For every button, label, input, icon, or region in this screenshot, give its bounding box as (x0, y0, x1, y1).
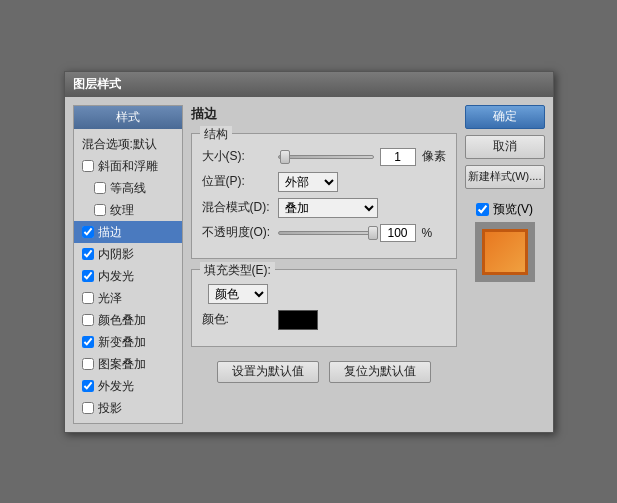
stroke-checkbox[interactable] (82, 226, 94, 238)
opacity-row: 不透明度(O): % (202, 224, 446, 242)
opacity-slider[interactable] (278, 231, 374, 235)
gradient-overlay-label: 新变叠加 (98, 333, 146, 351)
size-slider[interactable] (278, 155, 374, 159)
color-swatch[interactable] (278, 310, 318, 330)
drop-shadow-label: 投影 (98, 399, 122, 417)
style-item-inner-glow[interactable]: 内发光 (74, 265, 182, 287)
position-label: 位置(P): (202, 173, 272, 190)
satin-label: 光泽 (98, 289, 122, 307)
style-item-texture[interactable]: 纹理 (74, 199, 182, 221)
inner-shadow-label: 内阴影 (98, 245, 134, 263)
inner-glow-checkbox[interactable] (82, 270, 94, 282)
style-item-bevel[interactable]: 斜面和浮雕 (74, 155, 182, 177)
position-select[interactable]: 外部 内部 居中 (278, 172, 338, 192)
pattern-overlay-label: 图案叠加 (98, 355, 146, 373)
fill-type-select[interactable]: 颜色 渐变 图案 (208, 284, 268, 304)
color-overlay-checkbox[interactable] (82, 314, 94, 326)
preview-section: 预览(V) (465, 201, 545, 282)
inner-shadow-checkbox[interactable] (82, 248, 94, 260)
structure-group: 结构 大小(S): 像素 位置(P): 外部 内部 居中 (191, 133, 457, 259)
style-item-gradient-overlay[interactable]: 新变叠加 (74, 331, 182, 353)
style-item-pattern-overlay[interactable]: 图案叠加 (74, 353, 182, 375)
size-row: 大小(S): 像素 (202, 148, 446, 166)
size-input[interactable] (380, 148, 416, 166)
set-default-button[interactable]: 设置为默认值 (217, 361, 319, 383)
outer-glow-checkbox[interactable] (82, 380, 94, 392)
new-style-button[interactable]: 新建样式(W).... (465, 165, 545, 189)
blend-mode-select[interactable]: 叠加 正常 正片叠底 (278, 198, 378, 218)
contour-checkbox[interactable] (94, 182, 106, 194)
opacity-input[interactable] (380, 224, 416, 242)
stroke-label: 描边 (98, 223, 122, 241)
right-panel: 确定 取消 新建样式(W).... 预览(V) (465, 105, 545, 424)
texture-label: 纹理 (110, 201, 134, 219)
style-item-drop-shadow[interactable]: 投影 (74, 397, 182, 419)
preview-label: 预览(V) (493, 201, 533, 218)
size-label: 大小(S): (202, 148, 272, 165)
bottom-buttons: 设置为默认值 复位为默认值 (191, 353, 457, 387)
bevel-label: 斜面和浮雕 (98, 157, 158, 175)
preview-inner (482, 229, 528, 275)
fill-type-title: 填充类型(E): (200, 262, 275, 279)
structure-title: 结构 (200, 126, 232, 143)
blend-mode-row: 混合模式(D): 叠加 正常 正片叠底 (202, 198, 446, 218)
preview-thumbnail (475, 222, 535, 282)
position-row: 位置(P): 外部 内部 居中 (202, 172, 446, 192)
main-content: 描边 结构 大小(S): 像素 位置(P): 外部 (191, 105, 457, 424)
preview-checkbox[interactable] (476, 203, 489, 216)
blend-mode-label: 混合模式(D): (202, 199, 272, 216)
style-item-outer-glow[interactable]: 外发光 (74, 375, 182, 397)
preview-checkbox-row: 预览(V) (476, 201, 533, 218)
gradient-overlay-checkbox[interactable] (82, 336, 94, 348)
style-item-satin[interactable]: 光泽 (74, 287, 182, 309)
color-overlay-label: 颜色叠加 (98, 311, 146, 329)
blending-label: 混合选项:默认 (82, 135, 157, 153)
stroke-section-title: 描边 (191, 105, 457, 123)
opacity-unit: % (422, 226, 446, 240)
inner-glow-label: 内发光 (98, 267, 134, 285)
pattern-overlay-checkbox[interactable] (82, 358, 94, 370)
left-panel: 样式 混合选项:默认 斜面和浮雕 等高线 纹理 (73, 105, 183, 424)
style-list: 混合选项:默认 斜面和浮雕 等高线 纹理 描边 (74, 129, 182, 423)
size-unit: 像素 (422, 148, 446, 165)
style-item-stroke[interactable]: 描边 (74, 221, 182, 243)
fill-type-row: 颜色 渐变 图案 (202, 284, 446, 304)
outer-glow-label: 外发光 (98, 377, 134, 395)
drop-shadow-checkbox[interactable] (82, 402, 94, 414)
opacity-label: 不透明度(O): (202, 224, 272, 241)
title-text: 图层样式 (73, 76, 121, 93)
style-item-blending[interactable]: 混合选项:默认 (74, 133, 182, 155)
contour-label: 等高线 (110, 179, 146, 197)
bevel-checkbox[interactable] (82, 160, 94, 172)
satin-checkbox[interactable] (82, 292, 94, 304)
size-slider-thumb[interactable] (280, 150, 290, 164)
style-item-color-overlay[interactable]: 颜色叠加 (74, 309, 182, 331)
fill-type-group: 填充类型(E): 颜色 渐变 图案 颜色: (191, 269, 457, 347)
color-row: 颜色: (202, 310, 446, 330)
dialog-title: 图层样式 (65, 72, 553, 97)
confirm-button[interactable]: 确定 (465, 105, 545, 129)
opacity-slider-thumb[interactable] (368, 226, 378, 240)
style-item-contour[interactable]: 等高线 (74, 177, 182, 199)
layer-style-dialog: 图层样式 样式 混合选项:默认 斜面和浮雕 等高线 纹理 (64, 71, 554, 433)
texture-checkbox[interactable] (94, 204, 106, 216)
styles-title: 样式 (74, 106, 182, 129)
color-label: 颜色: (202, 311, 272, 328)
style-item-inner-shadow[interactable]: 内阴影 (74, 243, 182, 265)
cancel-button[interactable]: 取消 (465, 135, 545, 159)
reset-default-button[interactable]: 复位为默认值 (329, 361, 431, 383)
